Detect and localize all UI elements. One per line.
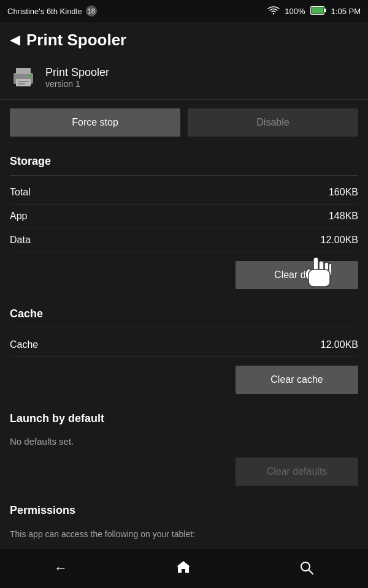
svg-rect-3 — [324, 9, 326, 12]
storage-data-label: Data — [10, 235, 31, 246]
clear-defaults-button[interactable]: Clear defaults — [236, 458, 358, 486]
cache-label: Cache — [10, 339, 38, 350]
storage-app-value: 148KB — [329, 211, 358, 222]
nav-back-button[interactable]: ← — [42, 554, 80, 582]
disable-button[interactable]: Disable — [188, 108, 358, 137]
nav-search-button[interactable] — [287, 554, 326, 583]
storage-total-label: Total — [10, 187, 31, 198]
storage-app-label: App — [10, 211, 27, 222]
permissions-description: This app can access the following on you… — [10, 524, 358, 539]
force-stop-button[interactable]: Force stop — [10, 108, 180, 137]
app-info: Print Spooler version 1 — [0, 58, 368, 100]
back-button[interactable]: ◀ — [10, 32, 20, 48]
storage-total-value: 160KB — [329, 187, 358, 198]
storage-data-value: 12.00KB — [321, 235, 358, 246]
permissions-section-title: Permissions — [10, 504, 358, 517]
svg-line-17 — [309, 570, 313, 574]
clear-cache-button[interactable]: Clear cache — [236, 366, 358, 394]
header: ◀ Print Spooler — [0, 22, 368, 58]
bottom-nav: ← — [0, 549, 368, 588]
battery-icon — [310, 6, 326, 17]
app-version: version 1 — [45, 79, 109, 89]
svg-point-9 — [29, 75, 33, 78]
cache-section: Cache Cache 12.00KB Clear cache — [0, 298, 368, 402]
clear-cache-row: Clear cache — [10, 357, 358, 402]
storage-total-row: Total 160KB — [10, 181, 358, 205]
app-icon — [10, 64, 37, 91]
storage-section: Storage Total 160KB App 148KB Data 12.00… — [0, 145, 368, 298]
clear-defaults-row: Clear defaults — [10, 449, 358, 494]
wifi-icon — [267, 6, 280, 17]
search-nav-icon — [299, 560, 314, 577]
time: 1:05 PM — [331, 7, 361, 16]
svg-rect-7 — [18, 81, 29, 82]
storage-app-row: App 148KB — [10, 205, 358, 228]
status-bar: Christine's 6th Kindle 18 100% 1:05 PM — [0, 0, 368, 22]
notification-badge: 18 — [86, 6, 97, 17]
permissions-section: Permissions This app can access the foll… — [0, 494, 368, 539]
storage-data-row: Data 12.00KB — [10, 228, 358, 252]
cache-value: 12.00KB — [321, 339, 358, 350]
app-details: Print Spooler version 1 — [45, 66, 109, 89]
launch-section-title: Launch by default — [10, 412, 358, 425]
battery-percentage: 100% — [285, 7, 305, 16]
svg-rect-2 — [311, 7, 323, 13]
cache-row: Cache 12.00KB — [10, 333, 358, 357]
launch-section: Launch by default No defaults set. Clear… — [0, 402, 368, 494]
no-defaults-text: No defaults set. — [10, 432, 358, 449]
action-buttons: Force stop Disable — [0, 100, 368, 145]
svg-rect-6 — [16, 79, 31, 86]
page-title: Print Spooler — [26, 31, 126, 50]
cache-section-title: Cache — [10, 307, 358, 320]
svg-rect-5 — [16, 68, 31, 74]
svg-point-0 — [273, 13, 274, 14]
home-nav-icon — [175, 559, 191, 578]
clear-data-button[interactable]: Clear data — [236, 261, 358, 289]
clear-data-row: Clear data — [10, 252, 358, 298]
storage-section-title: Storage — [10, 155, 358, 168]
back-nav-icon: ← — [54, 560, 67, 576]
nav-home-button[interactable] — [163, 553, 204, 584]
app-name: Print Spooler — [45, 66, 109, 79]
device-name: Christine's 6th Kindle — [7, 7, 82, 16]
svg-rect-8 — [18, 83, 25, 85]
